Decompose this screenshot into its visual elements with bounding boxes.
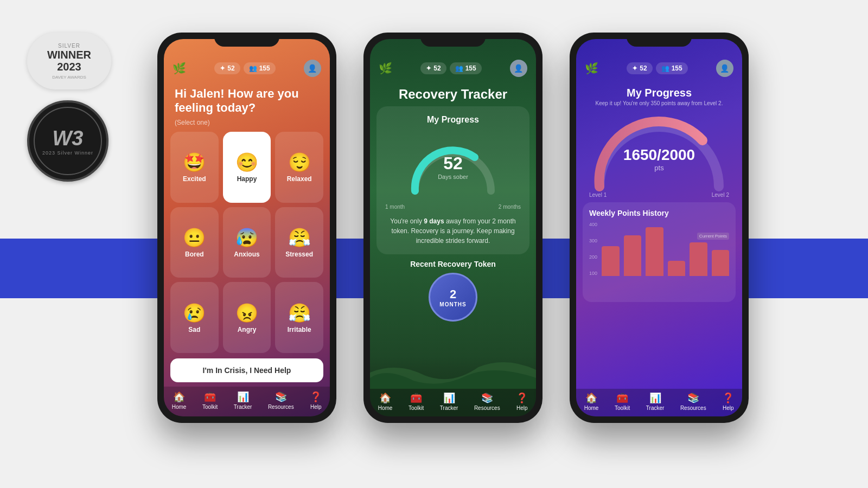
nav-tracker-label-1: Tracker — [234, 404, 252, 410]
gauge-min: 1 month — [385, 204, 405, 210]
nav-toolkit-2[interactable]: 🧰 Toolkit — [409, 392, 424, 411]
weekly-title: Weekly Points History — [589, 209, 729, 217]
phone3-notch — [627, 33, 692, 47]
home-icon-1: 🏠 — [173, 391, 185, 403]
recovery-title: Recovery Tracker — [370, 81, 536, 106]
toolkit-icon-3: 🧰 — [616, 392, 628, 404]
help-icon-1: ❓ — [310, 391, 322, 403]
landscape-svg — [370, 356, 536, 389]
phones-container: 🌿 ✦ 52 👥 155 👤 Hi Jalen! How are you fee… — [157, 33, 749, 423]
phone1-points-badge: ✦ 52 — [214, 62, 240, 74]
days-sober-label: Days sober — [438, 174, 468, 180]
phone2-logo: 🌿 — [379, 62, 392, 75]
nav-resources-3[interactable]: 📚 Resources — [680, 392, 706, 411]
bar-y-labels: 400 300 200 100 — [589, 222, 597, 276]
nav-resources-label-3: Resources — [680, 405, 706, 411]
resources-icon-3: 📚 — [687, 392, 699, 404]
nav-home-2[interactable]: 🏠 Home — [378, 392, 393, 411]
help-icon-2: ❓ — [516, 392, 528, 404]
nav-help-1[interactable]: ❓ Help — [310, 391, 322, 410]
nav-home-label-1: Home — [172, 404, 187, 410]
bar-col-5 — [690, 222, 707, 276]
emotion-happy-emoji: 😊 — [235, 151, 258, 173]
resources-icon-2: 📚 — [481, 392, 493, 404]
emotion-happy[interactable]: 😊 Happy — [223, 132, 271, 203]
gauge-center: 52 Days sober — [438, 153, 468, 180]
gauge-labels: 1 month 2 months — [385, 204, 521, 210]
nav-toolkit-label-1: Toolkit — [202, 404, 218, 410]
phone3-score-badge: 👥 155 — [656, 62, 688, 74]
level1-label: Level 1 — [589, 192, 607, 198]
phone1: 🌿 ✦ 52 👥 155 👤 Hi Jalen! How are you fee… — [157, 33, 336, 423]
nav-home-label-3: Home — [584, 405, 599, 411]
tracker-icon-1: 📊 — [237, 391, 249, 403]
emotion-anxious-label: Anxious — [234, 251, 259, 258]
phone1-select-prompt: (Select one) — [164, 118, 330, 132]
nav-resources-1[interactable]: 📚 Resources — [268, 391, 294, 410]
winner-text: WINNER — [47, 49, 91, 61]
progress-subtitle: Keep it up! You're only 350 points away … — [576, 100, 742, 111]
nav-resources-2[interactable]: 📚 Resources — [474, 392, 500, 411]
nav-help-2[interactable]: ❓ Help — [516, 392, 528, 411]
gauge-max: 2 months — [499, 204, 521, 210]
arc-pts-label: pts — [623, 164, 695, 172]
nav-home-3[interactable]: 🏠 Home — [584, 392, 599, 411]
y-label-400: 400 — [589, 222, 597, 227]
emotion-angry[interactable]: 😠 Angry — [223, 282, 271, 353]
phone1-badges: ✦ 52 👥 155 — [214, 62, 275, 74]
emotion-stressed-label: Stressed — [285, 251, 313, 258]
resources-icon-1: 📚 — [275, 391, 287, 403]
arc-gauge-container: 1650/2000 pts — [583, 111, 736, 192]
nav-help-label-2: Help — [516, 405, 528, 411]
y-label-100: 100 — [589, 271, 597, 276]
emotion-excited[interactable]: 🤩 Excited — [170, 132, 219, 203]
toolkit-icon-2: 🧰 — [410, 392, 422, 404]
nav-home-1[interactable]: 🏠 Home — [172, 391, 187, 410]
home-icon-3: 🏠 — [585, 392, 597, 404]
my-progress-label: My Progress — [385, 115, 521, 125]
toolkit-icon-1: 🧰 — [204, 391, 216, 403]
year-text: 2023 — [47, 61, 91, 73]
nav-tracker-3[interactable]: 📊 Tracker — [646, 392, 665, 411]
emotions-grid: 🤩 Excited 😊 Happy 😌 Relaxed 😐 Bored — [164, 132, 330, 353]
token-number: 2 — [450, 287, 456, 301]
weekly-history: Weekly Points History 400 300 200 100 — [583, 202, 736, 302]
emotion-bored[interactable]: 😐 Bored — [170, 207, 219, 278]
emotion-irritable-label: Irritable — [288, 326, 311, 333]
emotion-anxious[interactable]: 😰 Anxious — [223, 207, 271, 278]
crisis-button[interactable]: I'm In Crisis, I Need Help — [170, 358, 323, 382]
emotion-bored-emoji: 😐 — [183, 227, 206, 248]
phone2-avatar: 👤 — [510, 60, 527, 77]
phone1-notch — [214, 33, 279, 47]
nav-tracker-2[interactable]: 📊 Tracker — [440, 392, 458, 411]
recovery-progress-card: My Progress 52 Days sober 1 month — [376, 106, 529, 254]
phone1-score-badge: 👥 155 — [244, 62, 276, 74]
nav-help-3[interactable]: ❓ Help — [722, 392, 734, 411]
bar-col-2 — [624, 222, 642, 276]
level2-label: Level 2 — [712, 192, 729, 198]
nav-help-label-3: Help — [723, 405, 734, 411]
bar-chart: Current Points — [602, 222, 729, 276]
nav-toolkit-3[interactable]: 🧰 Toolkit — [615, 392, 630, 411]
token-label: MONTHS — [439, 301, 466, 307]
emotion-sad[interactable]: 😢 Sad — [170, 282, 219, 353]
phone3-logo: 🌿 — [585, 62, 598, 75]
emotion-bored-label: Bored — [185, 251, 204, 258]
arc-center: 1650/2000 pts — [623, 146, 695, 172]
emotion-stressed[interactable]: 😤 Stressed — [275, 207, 323, 278]
bar-5 — [690, 242, 707, 276]
emotion-relaxed-label: Relaxed — [287, 175, 312, 183]
phone2-screen: 🌿 ✦ 52 👥 155 👤 Recovery Tracker My Progr… — [370, 39, 536, 416]
emotion-relaxed[interactable]: 😌 Relaxed — [275, 132, 323, 203]
phone1-logo: 🌿 — [173, 62, 186, 75]
org-text: DAVEY AWARDS — [47, 75, 91, 80]
nav-tracker-1[interactable]: 📊 Tracker — [234, 391, 252, 410]
emotion-irritable[interactable]: 😤 Irritable — [275, 282, 323, 353]
silver-text: SILVER — [47, 43, 91, 49]
nav-toolkit-1[interactable]: 🧰 Toolkit — [202, 391, 218, 410]
phone2: 🌿 ✦ 52 👥 155 👤 Recovery Tracker My Progr… — [363, 33, 542, 423]
current-points-tag: Current Points — [697, 233, 729, 240]
help-icon-3: ❓ — [722, 392, 734, 404]
nav-toolkit-label-2: Toolkit — [409, 405, 424, 411]
nav-resources-label-1: Resources — [268, 404, 294, 410]
